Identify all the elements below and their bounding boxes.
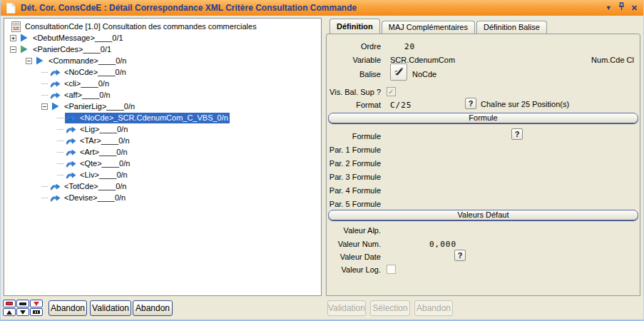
abandon-button[interactable]: Abandon (48, 300, 87, 316)
tree-item-label: <Lig>____0/n (78, 124, 129, 134)
tree-item[interactable]: <NoCde>_SCR.CdenumCom_C_VBS_0/n (4, 112, 321, 123)
variable-label: Variable (327, 56, 381, 64)
red-minus-icon (6, 302, 13, 305)
tree-item-label: <Qte>____0/n (78, 158, 131, 168)
red-minus-button[interactable] (3, 300, 16, 307)
tree-item[interactable]: <TAr>____0/n (4, 135, 321, 146)
tree-item[interactable]: +<DebutMessage>____0/1 (4, 32, 321, 44)
tree-item[interactable]: <TotCde>____0/n (4, 180, 321, 192)
valeur-alp-label: Valeur Alp. (327, 226, 381, 235)
curved-arrow-icon (65, 113, 76, 123)
tree-item-label: <TotCde>____0/n (63, 181, 128, 191)
valeurs-defaut-section-header: Valeurs Défaut (328, 210, 638, 220)
tree-item-label: ConsultationCde [1.0] Consultation des c… (24, 21, 258, 31)
black-arrow-down-button[interactable] (16, 308, 29, 316)
move-record-button[interactable] (30, 308, 43, 316)
tree-connector (41, 186, 48, 187)
tree-item-label: <TAr>____0/n (78, 136, 131, 146)
curved-arrow-icon (49, 181, 61, 192)
par-3-formule-label: Par. 3 Formule (327, 173, 381, 181)
tab-d-finition[interactable]: Définition (329, 19, 380, 34)
tree-item[interactable]: <Devise>____0/n (4, 192, 321, 203)
tree-item-label: <Commande>____0/n (47, 56, 128, 66)
collapse-icon[interactable]: − (41, 103, 48, 110)
collapse-icon[interactable]: ▼ (605, 0, 612, 16)
window-title: Dét. Cor. ConsCdeE : Détail Correspondan… (21, 3, 357, 13)
tree-connector (57, 163, 63, 164)
valeur-log-label: Valeur Log. (327, 265, 381, 274)
tree-item[interactable]: ConsultationCde [1.0] Consultation des c… (4, 21, 321, 32)
triangle-green-icon (18, 44, 29, 55)
pin-icon[interactable] (618, 0, 625, 16)
vis-bal-checkbox[interactable]: ✓ (387, 87, 396, 96)
tab-maj-compl-mentaires[interactable]: MAJ Complémentaires (382, 21, 475, 34)
tree-item[interactable]: <Liv>____0/n (4, 169, 321, 180)
document-icon (6, 3, 16, 14)
tree-item[interactable]: −<Commande>____0/n (4, 55, 321, 66)
tab-d-finition-balise[interactable]: Définition Balise (476, 21, 547, 34)
curved-arrow-icon (49, 193, 61, 203)
tree-connector (57, 152, 63, 153)
par-5-formule-label: Par. 5 Formule (327, 200, 381, 208)
validation-button[interactable]: Validation (327, 300, 366, 316)
tree-item-label: <Liv>____0/n (78, 170, 129, 180)
red-arrow-down-button[interactable] (30, 300, 43, 307)
curved-arrow-icon (65, 147, 76, 158)
tree-connector (41, 198, 48, 198)
collapse-icon[interactable]: − (10, 46, 16, 53)
format-help-button[interactable]: ? (465, 98, 476, 109)
balise-picker-button[interactable] (390, 63, 407, 81)
format-hint: Chaîne sur 25 Position(s) (481, 100, 569, 108)
tree-item-label: <PanierCdes>____0/1 (31, 44, 113, 54)
ordre-value[interactable]: 20 (404, 42, 415, 51)
formule-help-button[interactable]: ? (511, 128, 523, 140)
tree-item-label: <NoCde>____0/n (63, 67, 128, 77)
valeur-date-label: Valeur Date (327, 253, 381, 261)
xml-tree-panel: ConsultationCde [1.0] Consultation des c… (4, 18, 322, 296)
valeur-log-checkbox[interactable]: ✓ (387, 265, 396, 274)
expand-icon[interactable]: + (10, 35, 16, 41)
curved-arrow-icon (49, 90, 61, 101)
tree-item[interactable]: <NoCde>____0/n (4, 66, 321, 78)
curved-arrow-icon (65, 124, 76, 135)
valeur-num-value[interactable]: 0,000 (429, 240, 456, 249)
tree-item-label: <NoCde>_SCR.CdenumCom_C_VBS_0/n (78, 113, 230, 123)
collapse-icon[interactable]: − (26, 58, 32, 64)
tree-item[interactable]: −<PanierCdes>____0/1 (4, 44, 321, 55)
format-value[interactable]: C/25 (390, 101, 412, 110)
valeur-date-help-button[interactable]: ? (454, 250, 466, 261)
curved-arrow-icon (49, 78, 61, 89)
close-icon[interactable]: ✕ (631, 0, 638, 16)
tree-connector (57, 175, 63, 175)
abandon-button[interactable]: Abandon (133, 300, 173, 316)
tree-connector (57, 141, 63, 141)
tree-item[interactable]: <Qte>____0/n (4, 158, 321, 169)
tree-item[interactable]: <Art>____0/n (4, 146, 321, 158)
tree-item[interactable]: <aff>____0/n (4, 89, 321, 101)
tree-item-label: <Devise>____0/n (63, 193, 127, 203)
definition-tab-page: Ordre 20 Variable SCR.CdenumCom Num.Cde … (326, 34, 640, 296)
tree-item-label: <aff>____0/n (63, 90, 112, 100)
title-bar: Dét. Cor. ConsCdeE : Détail Correspondan… (1, 0, 643, 16)
balise-label: Balise (327, 70, 381, 78)
tree-item[interactable]: <cli>____0/n (4, 78, 321, 89)
par-1-formule-label: Par. 1 Formule (327, 146, 381, 154)
tree-item[interactable]: <Lig>____0/n (4, 123, 321, 135)
tree-item-label: <DebutMessage>____0/1 (31, 33, 125, 43)
tree-item[interactable]: −<PanierLig>____0/n (4, 101, 321, 112)
tree-connector (57, 118, 63, 118)
s-lection-button[interactable]: Sélection (370, 300, 410, 316)
tree-connector (41, 95, 48, 96)
tree-item-label: <Art>____0/n (78, 147, 129, 157)
abandon-button[interactable]: Abandon (414, 300, 453, 316)
curved-arrow-icon (65, 170, 76, 180)
tab-strip: DéfinitionMAJ ComplémentairesDéfinition … (329, 19, 547, 34)
tree-connector (57, 129, 63, 130)
black-arrow-up-button[interactable] (3, 308, 16, 316)
tree-connector (41, 83, 48, 84)
validation-button[interactable]: Validation (90, 300, 131, 316)
valeur-num-label: Valeur Num. (327, 240, 381, 248)
ordre-label: Ordre (327, 42, 381, 51)
black-minus-button[interactable] (16, 300, 29, 307)
tree-item-label: <cli>____0/n (63, 78, 111, 88)
